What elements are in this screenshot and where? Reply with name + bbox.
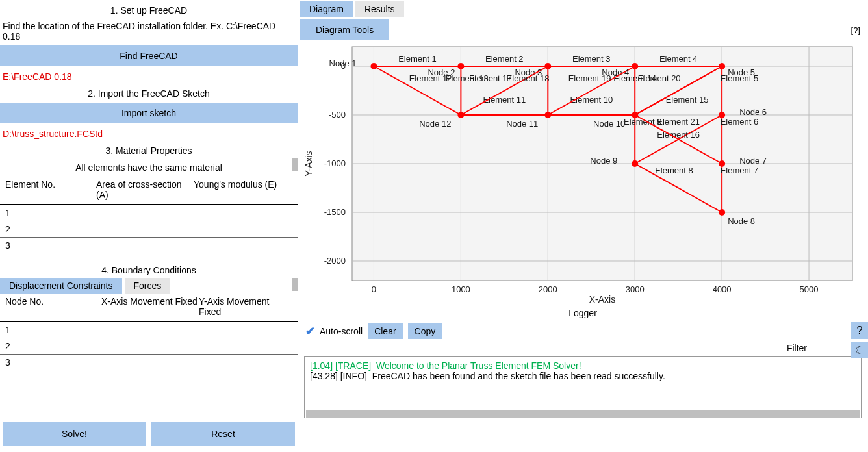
material-table-header: Element No. Area of cross-section (A) Yo… bbox=[0, 177, 298, 205]
table-row[interactable]: 3 bbox=[0, 238, 298, 253]
svg-text:Element 4: Element 4 bbox=[659, 54, 698, 64]
solve-button[interactable]: Solve! bbox=[3, 422, 146, 446]
svg-text:Node 1: Node 1 bbox=[329, 58, 357, 68]
right-panel: Diagram Results Diagram Tools [?] 010002… bbox=[298, 0, 868, 452]
svg-text:Element 7: Element 7 bbox=[721, 166, 759, 175]
svg-text:Node 10: Node 10 bbox=[593, 119, 625, 129]
help-icon[interactable]: ? bbox=[851, 322, 868, 339]
svg-text:Node 8: Node 8 bbox=[728, 216, 755, 226]
svg-point-81 bbox=[719, 209, 725, 216]
svg-point-87 bbox=[544, 112, 551, 118]
svg-text:Element 17: Element 17 bbox=[469, 73, 512, 83]
svg-text:-500: -500 bbox=[329, 110, 346, 119]
svg-text:Element 6: Element 6 bbox=[721, 117, 759, 127]
svg-text:Node 12: Node 12 bbox=[419, 119, 451, 129]
step1-text: Find the location of the FreeCAD install… bbox=[0, 18, 298, 44]
freecad-path: E:\FreeCAD 0.18 bbox=[0, 68, 298, 86]
bc-col-node: Node No. bbox=[5, 296, 101, 317]
svg-text:Node 5: Node 5 bbox=[728, 68, 755, 77]
step2-title: 2. Import the FreeCAD Sketch bbox=[0, 86, 298, 101]
mat-col-young: Young's modulus (E) bbox=[194, 179, 292, 200]
clear-button[interactable]: Clear bbox=[368, 323, 402, 339]
svg-point-73 bbox=[632, 63, 638, 69]
svg-text:Node 7: Node 7 bbox=[739, 156, 767, 166]
svg-point-69 bbox=[457, 63, 464, 69]
diagram-tools-button[interactable]: Diagram Tools bbox=[300, 19, 389, 40]
log-output[interactable]: [1.04] [TRACE] Welcome to the Planar Tru… bbox=[304, 356, 862, 418]
svg-point-77 bbox=[719, 112, 725, 118]
tab-displacement[interactable]: Displacement Constraints bbox=[0, 278, 122, 294]
bc-scrollbar[interactable] bbox=[292, 278, 298, 291]
table-row[interactable]: 2 bbox=[0, 221, 298, 238]
svg-text:Element 20: Element 20 bbox=[638, 73, 681, 83]
svg-text:-1500: -1500 bbox=[324, 207, 346, 217]
check-icon: ✔ bbox=[304, 325, 316, 337]
svg-text:Element 3: Element 3 bbox=[572, 54, 611, 64]
table-row[interactable]: 1 bbox=[0, 205, 298, 221]
svg-point-85 bbox=[632, 112, 638, 118]
step4-title: 4. Boundary Conditions bbox=[0, 262, 298, 278]
svg-point-71 bbox=[544, 63, 551, 69]
table-row[interactable]: 1 bbox=[0, 322, 298, 338]
svg-text:Element 21: Element 21 bbox=[657, 117, 700, 127]
bottom-actions: Solve! Reset bbox=[0, 421, 298, 447]
svg-text:Element 9: Element 9 bbox=[624, 117, 662, 127]
table-row[interactable]: 2 bbox=[0, 338, 298, 355]
material-table: Element No. Area of cross-section (A) Yo… bbox=[0, 177, 298, 253]
find-freecad-button[interactable]: Find FreeCAD bbox=[0, 45, 298, 66]
truss-diagram[interactable]: 0100020003000400050000-500-1000-1500-200… bbox=[300, 40, 865, 305]
svg-text:Node 11: Node 11 bbox=[506, 119, 538, 129]
material-note: All elements have the same material bbox=[0, 158, 298, 177]
filter-label[interactable]: Filter bbox=[300, 342, 865, 356]
svg-text:Element 1: Element 1 bbox=[398, 54, 437, 64]
tab-results[interactable]: Results bbox=[355, 1, 404, 17]
bc-table: Node No. X-Axis Movement Fixed Y-Axis Mo… bbox=[0, 294, 298, 370]
svg-point-83 bbox=[632, 160, 638, 167]
svg-text:Node 4: Node 4 bbox=[602, 68, 629, 77]
main-tabs: Diagram Results bbox=[300, 1, 865, 17]
svg-text:5000: 5000 bbox=[800, 284, 819, 294]
svg-text:4000: 4000 bbox=[713, 284, 732, 294]
mat-col-area: Area of cross-section (A) bbox=[96, 179, 194, 200]
log-scrollbar[interactable] bbox=[306, 410, 860, 418]
svg-text:Y-Axis: Y-Axis bbox=[303, 151, 314, 176]
svg-text:Element 2: Element 2 bbox=[485, 54, 524, 64]
bc-tabs: Displacement Constraints Forces bbox=[0, 278, 298, 294]
dark-mode-icon[interactable]: ☾ bbox=[851, 342, 868, 358]
svg-text:2000: 2000 bbox=[539, 284, 557, 294]
reset-button[interactable]: Reset bbox=[151, 422, 295, 446]
table-row[interactable]: 3 bbox=[0, 355, 298, 370]
svg-point-75 bbox=[719, 63, 725, 69]
svg-text:-1000: -1000 bbox=[324, 158, 346, 168]
svg-text:Element 15: Element 15 bbox=[666, 95, 709, 105]
logger-title: Logger bbox=[300, 305, 865, 321]
diagram-help-button[interactable]: [?] bbox=[851, 25, 865, 35]
svg-text:1000: 1000 bbox=[452, 284, 470, 294]
svg-text:Node 9: Node 9 bbox=[590, 156, 617, 166]
svg-point-79 bbox=[719, 160, 725, 167]
bc-col-xfix: X-Axis Movement Fixed bbox=[101, 296, 199, 317]
log-line: [43.28] [INFO] FreeCAD has been found an… bbox=[310, 371, 856, 381]
bc-col-yfix: Y-Axis Movement Fixed bbox=[199, 296, 292, 317]
copy-button[interactable]: Copy bbox=[408, 323, 442, 339]
mat-col-element: Element No. bbox=[5, 179, 96, 200]
sketch-path: D:\truss_structure.FCStd bbox=[0, 125, 298, 143]
tab-forces[interactable]: Forces bbox=[125, 278, 171, 294]
svg-text:Node 2: Node 2 bbox=[428, 68, 455, 77]
svg-text:Node 6: Node 6 bbox=[739, 107, 767, 117]
tab-diagram[interactable]: Diagram bbox=[300, 1, 353, 17]
svg-text:Node 3: Node 3 bbox=[515, 68, 542, 77]
svg-point-89 bbox=[457, 112, 464, 118]
svg-text:3000: 3000 bbox=[626, 284, 645, 294]
step1-title: 1. Set up FreeCAD bbox=[0, 3, 298, 18]
svg-text:X-Axis: X-Axis bbox=[589, 294, 615, 305]
svg-point-67 bbox=[370, 63, 377, 69]
import-sketch-button[interactable]: Import sketch bbox=[0, 103, 298, 123]
log-line: [1.04] [TRACE] Welcome to the Planar Tru… bbox=[310, 360, 856, 371]
auto-scroll-checkbox[interactable]: ✔ Auto-scroll bbox=[304, 325, 363, 337]
step3-title: 3. Material Properties bbox=[0, 143, 298, 158]
left-panel: 1. Set up FreeCAD Find the location of t… bbox=[0, 0, 298, 452]
material-scrollbar[interactable] bbox=[292, 158, 298, 171]
svg-text:0: 0 bbox=[372, 284, 376, 294]
bc-table-header: Node No. X-Axis Movement Fixed Y-Axis Mo… bbox=[0, 294, 298, 322]
